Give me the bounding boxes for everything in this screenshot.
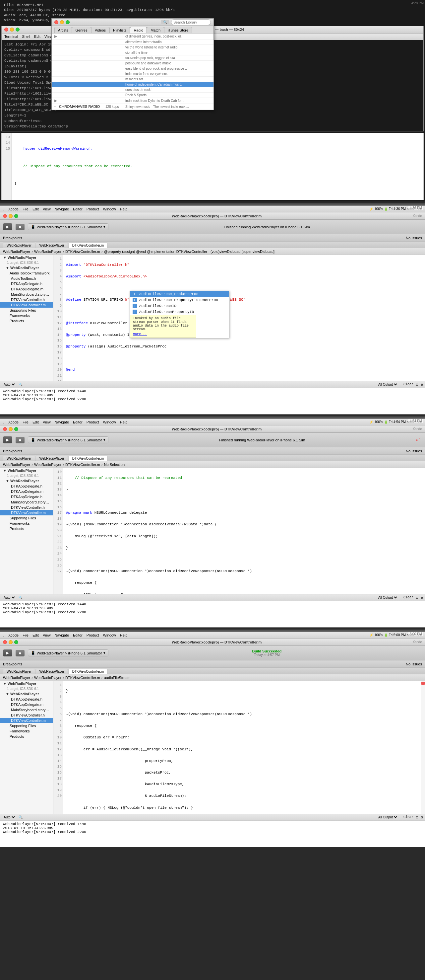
radio-row[interactable]: m meets art. [52,77,214,82]
all-output4[interactable]: All Output [377,815,398,819]
itunes-search-input[interactable] [171,19,211,25]
clear-btn4[interactable]: Clear [403,815,413,819]
radio-row[interactable]: easy blend of pop, rock and progressive … [52,66,214,72]
bc3-3[interactable]: DTKViewController.m [65,463,100,467]
menu-product[interactable]: Product [87,207,99,211]
menu-file3[interactable]: File [22,420,29,424]
sidebar4-products[interactable]: Products [0,734,53,739]
tab-webradio[interactable]: WebRadioPlayer [3,243,35,248]
apple-menu3[interactable]:  [3,420,4,424]
tab-webradio3[interactable]: WebRadioPlayer [3,456,35,461]
menu-help[interactable]: Help [120,207,128,211]
radio-row[interactable]: ve the world listens to internet radio [52,45,214,50]
scheme-selector3[interactable]: 📱 WebRadioPlayer > iPhone 6.1 Simulator … [28,436,108,443]
sidebar-appdelegate-m[interactable]: DTKAppDelegate.m [0,286,53,292]
sidebar3-appdelegate-h2[interactable]: DTKAppDelegate.h [0,494,53,500]
output-btn4-2[interactable]: ⊟ [421,815,423,819]
clear-btn3[interactable]: Clear [403,596,413,599]
itunes-minimize[interactable] [60,20,64,24]
output-mode-selector[interactable]: Auto [2,382,16,387]
itunes-maximize[interactable] [66,20,70,24]
clear-btn[interactable]: Clear [403,383,413,386]
all-output3[interactable]: All Output [377,595,398,600]
menu-editor4[interactable]: Editor [73,633,82,637]
menu-file[interactable]: File [22,207,29,211]
stop-button3[interactable]: ■ [16,437,25,443]
menu-navigate3[interactable]: Navigate [55,420,69,424]
output-btn3-1[interactable]: ⊡ [416,596,418,600]
close-btn4[interactable] [3,640,7,644]
menu-help3[interactable]: Help [120,420,128,424]
output-btn3-2[interactable]: ⊟ [421,596,423,600]
stop-button4[interactable]: ■ [16,650,25,656]
bc4-3[interactable]: DTKViewController.m [65,676,100,680]
tab-genres[interactable]: Genres [72,27,91,33]
tab-artists[interactable]: Artists [54,27,72,33]
output-mode4[interactable]: Auto [2,815,16,819]
tab-match[interactable]: Match [147,27,164,33]
menu-help4[interactable]: Help [120,633,128,637]
tab-radio[interactable]: Radio [130,27,147,33]
min-btn[interactable] [9,214,13,218]
sidebar-products[interactable]: Products [0,318,53,324]
sidebar4-appdelegate-h[interactable]: DTKAppDelegate.h [0,697,53,702]
maximize-button[interactable] [16,27,19,32]
apple-menu[interactable]:  [3,207,4,211]
sidebar-viewcontroller-m[interactable]: DTKViewController.m [0,302,53,308]
more-link[interactable]: More... [133,332,147,336]
bc4-2[interactable]: WebRadioPlayer [34,676,61,680]
sidebar3-frameworks[interactable]: Frameworks [0,521,53,526]
run-button4[interactable]: ▶ [3,649,12,656]
sidebar3-appdelegate-m[interactable]: DTKAppDelegate.m [0,489,53,494]
sidebar4-frameworks[interactable]: Frameworks [0,729,53,734]
menu-product4[interactable]: Product [87,633,99,637]
sidebar-audiotoolbox-h[interactable]: AudioToolbox.h [0,276,53,281]
bc4-4[interactable]: audioFileStream [104,676,131,680]
menu-editor3[interactable]: Editor [73,420,82,424]
menu-editor[interactable]: Editor [73,207,82,211]
sidebar-group-webradio[interactable]: ▼ WebRadioPlayer [0,255,53,260]
radio-row[interactable]: • Classic Alternative on Clu... 65 kbps … [52,110,214,110]
bc-item[interactable]: WebRadioPlayer [3,250,30,253]
ac-item-3[interactable]: T AudioFileStreamID [130,303,229,309]
tab-videos[interactable]: Videos [91,27,109,33]
close-button[interactable] [4,27,8,32]
tab-itunes-store[interactable]: iTunes Store [164,27,192,33]
itunes-close[interactable] [54,20,58,24]
sidebar3-vc-m[interactable]: DTKViewController.m [0,510,53,515]
all-output-selector[interactable]: All Output [377,382,398,387]
apple-menu4[interactable]:  [3,633,4,637]
max-btn[interactable] [14,214,18,218]
radio-row[interactable]: • CHROMANAVES RADIO 128 kbps Shiny new m… [52,104,214,110]
bc3-1[interactable]: WebRadioPlayer [3,463,30,467]
sidebar-audiotoolbox-fw[interactable]: AudioToolbox.framework [0,270,53,276]
bc4-1[interactable]: WebRadioPlayer [3,676,30,680]
close-btn[interactable] [3,214,7,218]
sidebar-appdelegate-h[interactable]: DTKAppDelegate.h [0,281,53,286]
sidebar3-vc-h[interactable]: DTKViewController.h [0,505,53,510]
minimize-button[interactable] [10,27,14,32]
radio-row[interactable]: ▶ indie rock from Dylan to Death Cab for… [52,98,214,104]
menu-navigate[interactable]: Navigate [55,207,69,211]
tab-dtk[interactable]: DTKViewController.m [69,243,108,248]
menu-view4[interactable]: View [43,633,51,637]
ac-item-4[interactable]: T AudioFileStreamPropertyID [130,309,229,315]
radio-row[interactable]: ▶ of different genres, indie, post-rock,… [52,33,214,40]
sidebar3-webradio[interactable]: ▼ WebRadioPlayer [0,468,53,473]
menu-file4[interactable]: File [22,633,29,637]
radio-row[interactable]: ours plus de rock! [52,87,214,92]
tab-webradio2[interactable]: WebRadioPlayer [36,243,68,248]
sidebar4-mainstory[interactable]: MainStoryboard.storyboard [0,707,53,713]
bc-item[interactable]: @property (assign) @end @implementation … [104,250,274,253]
sidebar-webradio2[interactable]: ▼ WebRadioPlayer [0,265,53,270]
sidebar4-webradio[interactable]: ▼ WebRadioPlayer [0,681,53,686]
output-mode3[interactable]: Auto [2,595,16,600]
close-btn3[interactable] [3,427,7,431]
sidebar3-webradio2[interactable]: ▼ WebRadioPlayer [0,478,53,484]
scheme-selector[interactable]: 📱 WebRadioPlayer > iPhone 6.1 Simulator … [28,223,108,230]
menu-window4[interactable]: Window [103,633,116,637]
max-btn3[interactable] [14,427,18,431]
tab-dtk3[interactable]: DTKViewController.m [69,456,108,461]
sidebar4-vc-h[interactable]: DTKViewController.h [0,713,53,718]
menu-view3[interactable]: View [43,420,51,424]
